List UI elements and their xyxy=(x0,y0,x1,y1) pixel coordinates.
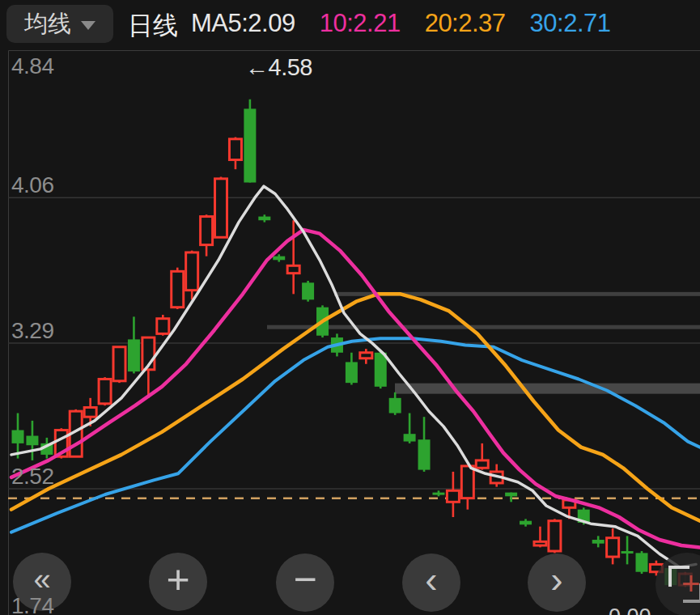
next-button[interactable]: › xyxy=(528,554,586,612)
candlestick-chart[interactable] xyxy=(0,0,700,615)
chevron-right-icon: › xyxy=(550,558,562,608)
partial-price-label: 0.00 xyxy=(609,604,651,615)
zoom-in-button[interactable]: + xyxy=(149,553,207,611)
plus-icon: + xyxy=(166,556,189,608)
prev-button[interactable]: ‹ xyxy=(402,554,460,612)
stock-chart-app: 均线 日线 MA5:2.09 10:2.21 20:2.37 30:2.71 4… xyxy=(0,0,700,615)
red-plus-icon: + xyxy=(681,566,700,602)
high-price-annotation: ←4.58 xyxy=(245,54,312,81)
zoom-out-button[interactable]: − xyxy=(276,554,334,612)
minus-icon: − xyxy=(293,556,316,609)
double-chevron-left-icon: « xyxy=(33,562,50,602)
chevron-left-icon: ‹ xyxy=(425,558,437,608)
rewind-button[interactable]: « xyxy=(13,553,71,611)
